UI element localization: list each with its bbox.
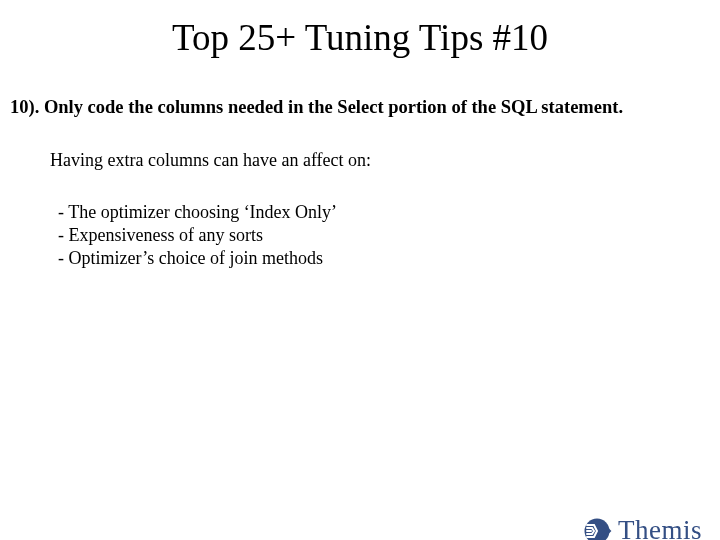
tip-heading: 10). Only code the columns needed in the… (10, 97, 720, 118)
logo: Themis (584, 515, 702, 540)
lead-text: Having extra columns can have an affect … (50, 150, 720, 171)
bullet-item: - Expensiveness of any sorts (58, 224, 720, 247)
logo-icon (584, 518, 612, 541)
bullet-item: - The optimizer choosing ‘Index Only’ (58, 201, 720, 224)
logo-text: Themis (618, 515, 702, 540)
bullet-list: - The optimizer choosing ‘Index Only’ - … (58, 201, 720, 270)
slide: Top 25+ Tuning Tips #10 10). Only code t… (0, 16, 720, 540)
slide-title: Top 25+ Tuning Tips #10 (0, 16, 720, 59)
bullet-item: - Optimizer’s choice of join methods (58, 247, 720, 270)
